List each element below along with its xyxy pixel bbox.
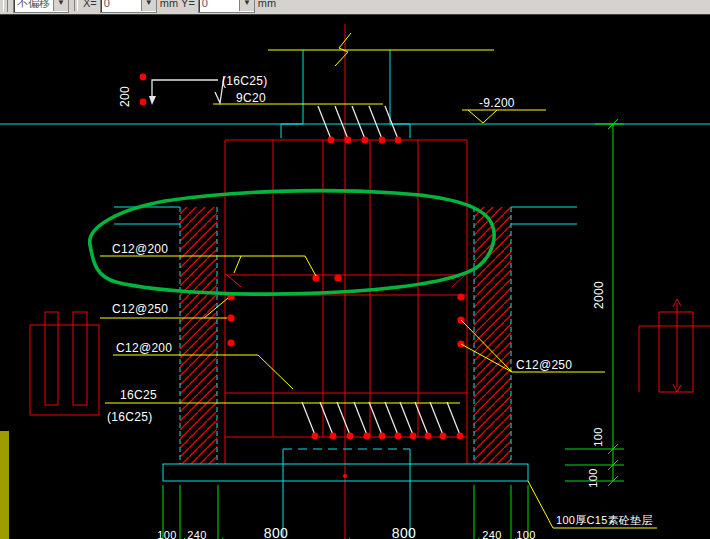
y-value: 0 [199,0,239,9]
x-label: X= [83,0,97,9]
bottom-dimensions: 100 240 800 800 240 100 [148,485,546,539]
elevation-label: -9.200 [479,96,515,110]
x-value: 0 [101,0,141,9]
dim-bottom-0: 100 [157,529,176,539]
y-value-dropdown[interactable]: 0 ▼ [198,0,255,13]
dim-200-label: 200 [118,86,132,107]
toolbar-separator [74,0,78,11]
x-value-dropdown[interactable]: 0 ▼ [100,0,157,13]
dim-100-upper-label: 100 [592,427,604,446]
wall-right [474,207,577,464]
offset-mode-value: 不偏移 [14,0,53,11]
dim-bottom-4: 240 [482,529,501,539]
section-detail-left [30,312,99,415]
side-palette-strip[interactable] [0,431,9,539]
stirrup-upper-label: C12@200 [112,242,168,256]
vertical-dimensions: 2000 100 100 [565,119,624,488]
elevation-marker: -9.200 [462,96,546,123]
top-bars-label: 9C20 [236,91,266,105]
toolbar: 不偏移 ▼ X= 0 ▼ mm Y= 0 ▼ mm [0,0,710,15]
y-label: Y= [181,0,195,9]
top-alt-bars-label: (16C25) [222,74,267,88]
stirrup-lower-label: C12@200 [116,341,172,355]
offset-mode-dropdown[interactable]: 不偏移 ▼ [13,0,69,13]
main-bars-label: 16C25 [120,388,157,402]
dim-bottom-5: 100 [516,529,535,539]
dim-2000-label: 2000 [592,281,606,309]
section-detail-right [639,299,710,392]
cushion-note-label: 100厚C15素砼垫层 [556,514,653,526]
dim-bottom-2: 800 [264,525,288,539]
column-top-outline [268,33,494,138]
toolbar-grip[interactable] [3,0,8,12]
chevron-down-icon[interactable]: ▼ [141,0,156,11]
main-bars-alt-label: (16C25) [107,410,152,424]
chevron-down-icon[interactable]: ▼ [53,0,68,11]
dim-bottom-1: 240 [187,529,206,539]
top-hook-bars [318,106,398,139]
dim-100-lower-label: 100 [587,468,599,487]
dim-bottom-3: 800 [392,525,416,539]
left-callouts: C12@200 C12@250 C12@200 16C25 (16C25) [100,242,460,424]
drawing-canvas[interactable]: 200 (16C25) 9C20 -9.200 C12@200 C12@250 … [0,14,710,539]
stirrup-mid-label: C12@250 [112,302,168,316]
chevron-down-icon[interactable]: ▼ [239,0,254,11]
top-bar-callout: 200 (16C25) 9C20 [118,74,383,107]
foundation-detail-drawing: 200 (16C25) 9C20 -9.200 C12@200 C12@250 … [0,14,710,539]
stirrup-right-label: C12@250 [516,358,572,372]
y-unit-label: mm [258,0,276,9]
arrowhead-icon [149,96,156,105]
bottom-hook-bars [302,402,460,435]
rebar-cage [225,140,467,464]
cad-window: 不偏移 ▼ X= 0 ▼ mm Y= 0 ▼ mm [0,0,710,539]
x-unit-label: mm [160,0,178,9]
